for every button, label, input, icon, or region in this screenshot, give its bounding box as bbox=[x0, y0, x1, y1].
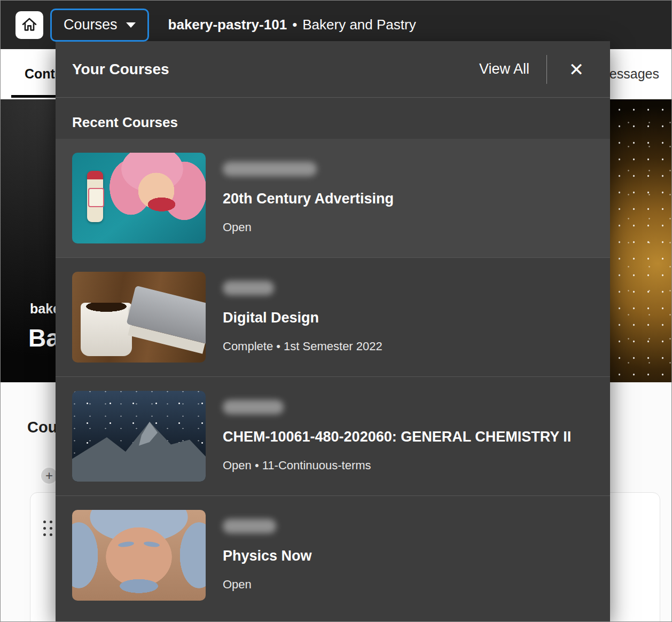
course-info: 20th Century Advertising Open bbox=[223, 162, 394, 234]
home-icon bbox=[21, 17, 38, 34]
course-title: Digital Design bbox=[223, 310, 382, 326]
view-all-link[interactable]: View All bbox=[479, 61, 529, 77]
drag-handle[interactable] bbox=[43, 521, 52, 536]
course-thumbnail bbox=[72, 391, 206, 482]
drag-dot bbox=[50, 533, 52, 536]
courses-dropdown-button[interactable]: Courses bbox=[50, 9, 149, 42]
course-row[interactable]: Physics Now Open bbox=[56, 495, 610, 615]
course-status: Complete • 1st Semester 2022 bbox=[223, 340, 382, 353]
plus-icon: + bbox=[45, 468, 53, 483]
breadcrumb: bakery-pastry-101 • Bakery and Pastry bbox=[168, 17, 416, 33]
breadcrumb-course-name: Bakery and Pastry bbox=[302, 17, 416, 33]
courses-panel-header: Your Courses View All ✕ bbox=[56, 41, 610, 98]
course-id-redacted bbox=[223, 281, 274, 295]
drag-dot bbox=[43, 521, 46, 523]
drag-dot bbox=[43, 527, 46, 530]
courses-panel: Your Courses View All ✕ Recent Courses 2… bbox=[56, 41, 610, 621]
courses-button-label: Courses bbox=[64, 17, 118, 33]
breadcrumb-separator: • bbox=[292, 17, 297, 33]
close-icon: ✕ bbox=[569, 59, 584, 80]
course-row[interactable]: CHEM-10061-480-202060: GENERAL CHEMISTRY… bbox=[56, 376, 610, 495]
course-type-icon bbox=[128, 305, 145, 322]
course-row[interactable]: Digital Design Complete • 1st Semester 2… bbox=[56, 257, 610, 376]
close-button[interactable]: ✕ bbox=[564, 57, 589, 82]
course-info: CHEM-10061-480-202060: GENERAL CHEMISTRY… bbox=[223, 400, 571, 473]
course-status: Open bbox=[223, 578, 312, 592]
recent-course-list: 20th Century Advertising Open Digital De… bbox=[56, 139, 610, 615]
course-thumbnail bbox=[72, 153, 206, 243]
course-info: Digital Design Complete • 1st Semester 2… bbox=[223, 281, 382, 353]
drag-dot bbox=[50, 521, 52, 523]
course-thumbnail bbox=[72, 510, 206, 601]
course-title: CHEM-10061-480-202060: GENERAL CHEMISTRY… bbox=[223, 429, 571, 445]
drag-dot bbox=[43, 533, 46, 536]
chevron-down-icon bbox=[126, 22, 136, 28]
course-title: 20th Century Advertising bbox=[223, 191, 394, 207]
screen: Courses bakery-pastry-101 • Bakery and P… bbox=[0, 0, 672, 622]
course-id-redacted bbox=[223, 519, 276, 533]
drag-dot bbox=[50, 527, 52, 530]
course-title: Physics Now bbox=[223, 548, 312, 564]
course-id-redacted bbox=[223, 162, 317, 176]
course-id-redacted bbox=[223, 400, 284, 414]
home-button[interactable] bbox=[15, 11, 43, 39]
course-row[interactable]: 20th Century Advertising Open bbox=[56, 139, 610, 257]
course-thumbnail bbox=[72, 272, 206, 363]
panel-title: Your Courses bbox=[72, 61, 169, 78]
recent-courses-heading: Recent Courses bbox=[72, 114, 610, 131]
course-status: Open • 11-Continuous-terms bbox=[223, 459, 571, 473]
header-divider bbox=[546, 55, 547, 84]
course-status: Open bbox=[223, 221, 394, 234]
hero-pastry-image bbox=[609, 99, 671, 382]
breadcrumb-course-id: bakery-pastry-101 bbox=[168, 17, 287, 33]
course-info: Physics Now Open bbox=[223, 519, 312, 592]
